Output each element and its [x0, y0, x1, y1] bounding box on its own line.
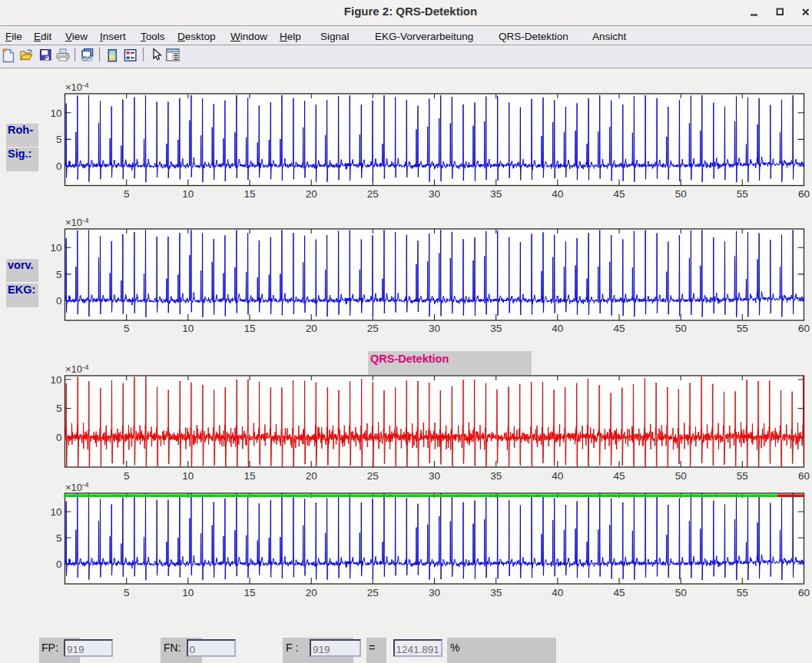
svg-text:×10-4: ×10-4 — [65, 363, 89, 376]
svg-text:55: 55 — [737, 587, 748, 598]
svg-text:30: 30 — [429, 323, 440, 334]
svg-text:5: 5 — [124, 188, 130, 200]
svg-text:10: 10 — [50, 506, 61, 518]
svg-text:25: 25 — [367, 188, 379, 200]
svg-text:40: 40 — [552, 323, 563, 334]
svg-text:10: 10 — [50, 108, 61, 119]
svg-text:10: 10 — [182, 188, 194, 200]
svg-text:10: 10 — [182, 323, 194, 334]
svg-text:5: 5 — [124, 470, 130, 482]
svg-text:50: 50 — [675, 587, 687, 598]
svg-text:30: 30 — [429, 587, 440, 598]
svg-text:35: 35 — [490, 323, 502, 334]
svg-text:25: 25 — [367, 323, 379, 334]
svg-text:20: 20 — [306, 470, 317, 482]
svg-text:50: 50 — [675, 323, 687, 334]
svg-text:40: 40 — [552, 188, 563, 200]
svg-text:25: 25 — [367, 470, 379, 482]
svg-text:35: 35 — [490, 188, 502, 200]
svg-text:0: 0 — [56, 295, 62, 307]
svg-text:20: 20 — [306, 188, 317, 200]
svg-text:40: 40 — [552, 587, 563, 598]
svg-text:15: 15 — [244, 470, 255, 482]
svg-text:×10-4: ×10-4 — [65, 216, 89, 229]
svg-text:30: 30 — [429, 470, 440, 482]
svg-text:5: 5 — [124, 587, 130, 598]
svg-text:25: 25 — [367, 587, 379, 598]
svg-text:50: 50 — [675, 188, 687, 200]
svg-text:10: 10 — [182, 587, 194, 598]
svg-text:10: 10 — [50, 374, 61, 386]
svg-text:40: 40 — [552, 470, 563, 482]
svg-text:55: 55 — [737, 323, 748, 334]
svg-text:45: 45 — [613, 587, 625, 598]
svg-text:0: 0 — [56, 161, 62, 172]
svg-text:45: 45 — [613, 470, 625, 482]
svg-text:60: 60 — [798, 470, 810, 482]
svg-text:45: 45 — [613, 188, 625, 200]
svg-text:60: 60 — [798, 323, 810, 334]
svg-text:×10-4: ×10-4 — [65, 480, 89, 493]
svg-text:20: 20 — [306, 587, 317, 598]
svg-text:0: 0 — [56, 559, 62, 570]
svg-text:5: 5 — [56, 532, 62, 544]
svg-text:20: 20 — [306, 323, 317, 334]
svg-text:30: 30 — [429, 188, 440, 200]
svg-text:10: 10 — [182, 470, 194, 482]
svg-text:5: 5 — [56, 134, 62, 145]
svg-text:50: 50 — [675, 470, 687, 482]
svg-text:5: 5 — [124, 323, 130, 334]
svg-text:15: 15 — [244, 323, 255, 334]
svg-text:60: 60 — [798, 587, 810, 598]
svg-text:55: 55 — [737, 470, 748, 482]
svg-text:×10-4: ×10-4 — [65, 81, 89, 94]
svg-text:15: 15 — [244, 188, 255, 200]
svg-text:5: 5 — [56, 269, 62, 280]
svg-text:60: 60 — [798, 188, 810, 200]
svg-text:35: 35 — [490, 587, 502, 598]
svg-text:45: 45 — [613, 323, 625, 334]
svg-text:0: 0 — [56, 432, 62, 443]
svg-text:35: 35 — [490, 470, 502, 482]
svg-text:55: 55 — [737, 188, 748, 200]
svg-text:5: 5 — [56, 403, 62, 414]
svg-text:10: 10 — [50, 242, 61, 254]
svg-text:15: 15 — [244, 587, 255, 598]
